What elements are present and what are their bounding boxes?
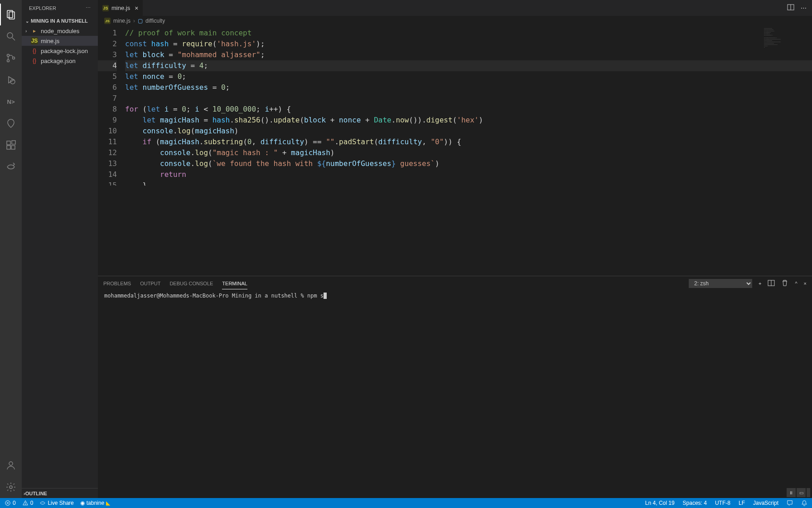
status-eol[interactable]: LF bbox=[739, 500, 745, 506]
status-errors[interactable]: 0 bbox=[5, 500, 16, 506]
nx-icon[interactable]: N> bbox=[0, 91, 22, 112]
line-gutter: 123456789101112131415 bbox=[98, 26, 125, 276]
tree-item-node_modules[interactable]: ›▸node_modules bbox=[22, 26, 98, 36]
status-bar: 0 0 Live Share ◉ tabnine ◣ Ln 4, Col 19 … bbox=[0, 498, 812, 508]
project-section-header[interactable]: ⌄ MINING IN A NUTSHELL bbox=[22, 16, 98, 26]
status-tabnine[interactable]: ◉ tabnine ◣ bbox=[80, 500, 110, 506]
panel-tab-problems[interactable]: PROBLEMS bbox=[103, 278, 131, 289]
svg-point-4 bbox=[7, 54, 10, 57]
split-editor-icon[interactable] bbox=[787, 4, 794, 12]
tab-label: mine.js bbox=[111, 5, 130, 11]
panel-tab-terminal[interactable]: TERMINAL bbox=[222, 278, 247, 289]
close-panel-icon[interactable]: × bbox=[804, 281, 807, 286]
more-actions-icon[interactable]: ⋯ bbox=[801, 5, 807, 11]
outline-section-header[interactable]: › OUTLINE bbox=[22, 488, 98, 498]
tree-item-package-json[interactable]: {}package.json bbox=[22, 56, 98, 66]
tree-item-label: mine.js bbox=[41, 38, 59, 44]
sidebar-title: EXPLORER bbox=[29, 5, 56, 11]
kill-terminal-icon[interactable] bbox=[781, 279, 788, 288]
settings-gear-icon[interactable] bbox=[0, 476, 22, 498]
sidebar-header: EXPLORER ⋯ bbox=[22, 0, 98, 16]
bottom-right-controls: ⏸ ▭ bbox=[787, 488, 810, 497]
svg-rect-12 bbox=[12, 141, 15, 144]
svg-point-5 bbox=[7, 60, 10, 62]
folder-icon: ▸ bbox=[31, 27, 38, 34]
status-warnings[interactable]: 0 bbox=[22, 500, 34, 506]
chevron-down-icon: ⌄ bbox=[24, 19, 31, 24]
js-file-icon: JS bbox=[31, 37, 38, 44]
account-icon[interactable] bbox=[0, 454, 22, 476]
json-file-icon: {} bbox=[31, 57, 38, 64]
maximize-panel-icon[interactable]: ^ bbox=[795, 281, 797, 286]
breadcrumb[interactable]: JS mine.js › ▢ difficulty bbox=[98, 16, 812, 26]
js-file-icon: JS bbox=[104, 18, 111, 24]
svg-point-13 bbox=[9, 462, 13, 465]
status-liveshare[interactable]: Live Share bbox=[39, 500, 73, 506]
close-tab-icon[interactable]: × bbox=[135, 5, 138, 12]
tree-item-label: node_modules bbox=[41, 28, 79, 34]
activity-bar: N> bbox=[0, 0, 22, 498]
symbol-icon: ▢ bbox=[138, 18, 143, 24]
file-tree: ›▸node_modulesJSmine.js{}package-lock.js… bbox=[22, 26, 98, 488]
terminal-content[interactable]: mohammedaljasser@Mohammeds-MacBook-Pro M… bbox=[98, 291, 812, 498]
tree-item-mine-js[interactable]: JSmine.js bbox=[22, 36, 98, 46]
svg-point-6 bbox=[13, 57, 15, 59]
control-3[interactable] bbox=[807, 488, 810, 497]
svg-line-3 bbox=[12, 38, 15, 40]
project-name: MINING IN A NUTSHELL bbox=[31, 18, 88, 24]
editor[interactable]: 123456789101112131415 // proof of work m… bbox=[98, 26, 812, 276]
run-debug-icon[interactable] bbox=[0, 69, 22, 91]
terminal-command: npm s bbox=[307, 293, 324, 299]
control-2[interactable]: ▭ bbox=[797, 488, 806, 497]
svg-point-2 bbox=[7, 33, 13, 38]
source-control-icon[interactable] bbox=[0, 47, 22, 69]
svg-point-23 bbox=[25, 504, 25, 504]
svg-rect-11 bbox=[11, 146, 15, 149]
svg-point-14 bbox=[10, 486, 12, 488]
sidebar: EXPLORER ⋯ ⌄ MINING IN A NUTSHELL ›▸node… bbox=[22, 0, 98, 498]
status-cursor-position[interactable]: Ln 4, Col 19 bbox=[645, 500, 675, 506]
panel: PROBLEMS OUTPUT DEBUG CONSOLE TERMINAL 2… bbox=[98, 276, 812, 498]
extensions-icon[interactable] bbox=[0, 134, 22, 156]
search-icon[interactable] bbox=[0, 25, 22, 47]
js-file-icon: JS bbox=[102, 5, 109, 11]
panel-tab-output[interactable]: OUTPUT bbox=[140, 278, 160, 289]
outline-label: OUTLINE bbox=[25, 491, 47, 496]
terminal-selector[interactable]: 2: zsh bbox=[689, 279, 752, 288]
tabnine-indicator-icon: ◣ bbox=[106, 500, 110, 506]
split-terminal-icon[interactable] bbox=[768, 279, 775, 288]
explorer-icon[interactable] bbox=[0, 4, 22, 25]
tree-item-label: package-lock.json bbox=[41, 48, 88, 54]
extension-icon-1[interactable] bbox=[0, 112, 22, 134]
new-terminal-icon[interactable]: + bbox=[759, 281, 761, 286]
breadcrumb-symbol: difficulty bbox=[145, 18, 165, 24]
minimap[interactable]: ▬▬▬▬▬▬▬▬▬▬▬▬ ▬▬ ▬▬▬▬▬▬▬ ▬▬▬ ▬▬▬▬▬▬▬▬ ▬▬▬… bbox=[762, 26, 812, 276]
panel-tabs: PROBLEMS OUTPUT DEBUG CONSOLE TERMINAL 2… bbox=[98, 276, 812, 291]
svg-rect-9 bbox=[7, 141, 10, 145]
json-file-icon: {} bbox=[31, 47, 38, 54]
terminal-prompt: mohammedaljasser@Mohammeds-MacBook-Pro M… bbox=[104, 293, 307, 299]
tab-mine-js[interactable]: JS mine.js × bbox=[98, 0, 143, 16]
status-language[interactable]: JavaScript bbox=[753, 500, 778, 506]
control-1[interactable]: ⏸ bbox=[787, 488, 796, 497]
chevron-right-icon: › bbox=[25, 29, 31, 34]
tab-bar: JS mine.js × ⋯ bbox=[98, 0, 812, 16]
svg-rect-10 bbox=[7, 146, 10, 149]
sidebar-more-icon[interactable]: ⋯ bbox=[86, 5, 91, 11]
breadcrumb-separator: › bbox=[133, 18, 135, 24]
tree-item-package-lock-json[interactable]: {}package-lock.json bbox=[22, 46, 98, 56]
status-indentation[interactable]: Spaces: 4 bbox=[683, 500, 707, 506]
editor-area: JS mine.js × ⋯ JS mine.js › ▢ difficulty bbox=[98, 0, 812, 498]
code-content[interactable]: // proof of work main conceptconst hash … bbox=[125, 26, 812, 276]
terminal-cursor bbox=[324, 293, 327, 299]
tree-item-label: package.json bbox=[41, 58, 76, 64]
panel-tab-debug-console[interactable]: DEBUG CONSOLE bbox=[169, 278, 213, 289]
status-bell-icon[interactable] bbox=[801, 500, 807, 506]
share-icon[interactable] bbox=[0, 156, 22, 178]
status-feedback-icon[interactable] bbox=[787, 500, 793, 506]
breadcrumb-file: mine.js bbox=[113, 18, 130, 24]
status-encoding[interactable]: UTF-8 bbox=[715, 500, 730, 506]
